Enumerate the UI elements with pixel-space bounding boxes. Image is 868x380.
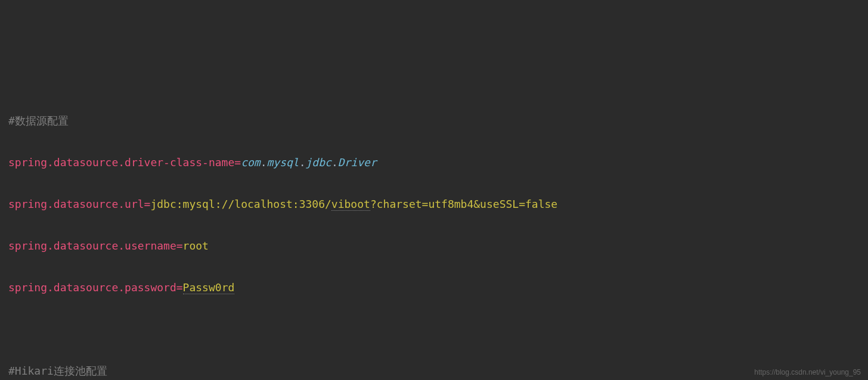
property-value: Passw0rd <box>183 281 235 294</box>
equals-sign: = <box>234 156 241 169</box>
dot: . <box>331 156 338 169</box>
dot: . <box>299 156 306 169</box>
code-editor[interactable]: #数据源配置 spring.datasource.driver-class-na… <box>8 89 860 380</box>
equals-sign: = <box>144 198 151 210</box>
property-value: ?charset=utf8mb4&useSSL=false <box>370 198 557 210</box>
equals-sign: = <box>176 281 183 294</box>
watermark-text: https://blog.csdn.net/vi_young_95 <box>754 368 861 376</box>
property-key: spring.datasource.password <box>8 281 176 294</box>
class-part: com <box>241 156 261 169</box>
property-value-db: viboot <box>331 198 370 211</box>
property-key: spring.datasource.username <box>8 239 176 252</box>
class-part: Driver <box>338 156 377 169</box>
dot: . <box>261 156 267 169</box>
class-part: mysql <box>267 156 299 169</box>
class-part: jdbc <box>306 156 331 169</box>
property-key: spring.datasource.driver-class-name <box>8 156 234 169</box>
property-key: spring.datasource.url <box>8 198 144 210</box>
comment-line: #Hikari连接池配置 <box>8 365 107 377</box>
comment-line: #数据源配置 <box>8 114 69 127</box>
property-value: root <box>183 239 209 252</box>
equals-sign: = <box>176 239 183 252</box>
property-value: jdbc:mysql://localhost:3306/ <box>150 198 331 210</box>
